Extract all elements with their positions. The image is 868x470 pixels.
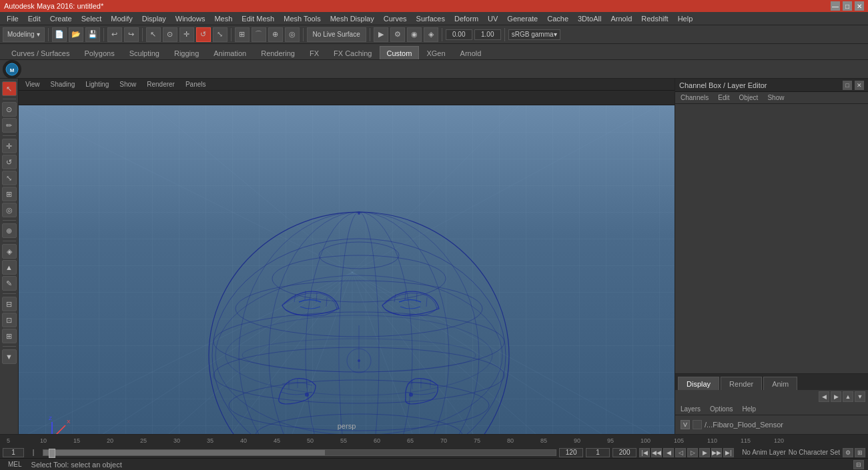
layer-menu-layers[interactable]: Layers bbox=[678, 405, 703, 413]
layer-arrow-right[interactable]: ▶ bbox=[831, 391, 841, 402]
scale-tool-left[interactable]: ⤡ bbox=[2, 171, 17, 185]
paint-select-tool[interactable]: ✏ bbox=[2, 118, 17, 133]
render-region-tool[interactable]: ⊡ bbox=[2, 313, 17, 327]
move-tool-btn[interactable]: ✛ bbox=[179, 27, 194, 42]
close-button[interactable]: ✕ bbox=[855, 1, 864, 11]
playback-start-input[interactable] bbox=[586, 448, 610, 457]
status-right-btn[interactable]: ⊟ bbox=[853, 460, 864, 469]
menu-uv[interactable]: UV bbox=[484, 14, 502, 23]
focal-length-input[interactable] bbox=[474, 29, 501, 40]
settings-btn-2[interactable]: ⊞ bbox=[855, 448, 865, 457]
redo-btn[interactable]: ↪ bbox=[124, 27, 139, 42]
select-tool[interactable]: ↖ bbox=[2, 81, 17, 96]
tab-sculpting[interactable]: Sculpting bbox=[122, 46, 167, 59]
rp-tab-render-tab[interactable]: Render bbox=[721, 377, 762, 390]
menu-cache[interactable]: Cache bbox=[543, 14, 572, 23]
render-frame-btn[interactable]: ▶ bbox=[374, 27, 388, 42]
channels-menu-channels[interactable]: Channels bbox=[678, 94, 711, 101]
move-tool-left[interactable]: ✛ bbox=[2, 139, 17, 153]
menu-3dtoall[interactable]: 3DtoAll bbox=[574, 14, 605, 23]
rp-tab-anim-tab[interactable]: Anim bbox=[763, 377, 797, 390]
menu-create[interactable]: Create bbox=[46, 14, 76, 23]
layer-arrow-up[interactable]: ▲ bbox=[843, 391, 853, 402]
tab-rendering[interactable]: Rendering bbox=[254, 46, 302, 59]
snap-curve-btn[interactable]: ⌒ bbox=[252, 27, 266, 42]
soft-mod-tool[interactable]: ◎ bbox=[2, 203, 17, 217]
new-file-btn[interactable]: 📄 bbox=[52, 27, 67, 42]
menu-modify[interactable]: Modify bbox=[107, 14, 136, 23]
scale-tool-btn[interactable]: ⤡ bbox=[213, 27, 228, 42]
layer-menu-options[interactable]: Options bbox=[707, 405, 735, 413]
menu-deform[interactable]: Deform bbox=[450, 14, 482, 23]
camera-near-input[interactable] bbox=[446, 29, 472, 40]
layer-menu-help[interactable]: Help bbox=[739, 405, 759, 413]
sculpt-tool[interactable]: ▲ bbox=[2, 260, 17, 275]
minimize-button[interactable]: — bbox=[831, 1, 840, 11]
lasso-tool-btn[interactable]: ⊙ bbox=[163, 27, 177, 42]
vp-menu-panels[interactable]: Panels bbox=[183, 81, 209, 88]
tab-arnold-tab[interactable]: Arnold bbox=[453, 46, 489, 59]
snap-magnet-tool[interactable]: ◈ bbox=[2, 244, 17, 259]
viewport-canvas[interactable]: X Y Z persp bbox=[19, 105, 675, 434]
undo-btn[interactable]: ↩ bbox=[107, 27, 122, 42]
range-end-input[interactable] bbox=[559, 448, 583, 457]
settings-btn-1[interactable]: ⚙ bbox=[843, 448, 853, 457]
menu-surfaces[interactable]: Surfaces bbox=[412, 14, 449, 23]
goto-end-btn[interactable]: ▶| bbox=[723, 448, 734, 457]
universal-manip-tool[interactable]: ⊞ bbox=[2, 187, 17, 201]
prev-key-btn[interactable]: ◀◀ bbox=[651, 448, 662, 457]
menu-file[interactable]: File bbox=[3, 14, 23, 23]
rp-tab-display-tab[interactable]: Display bbox=[678, 377, 719, 390]
next-key-btn[interactable]: ▶▶ bbox=[711, 448, 722, 457]
menu-edit-mesh[interactable]: Edit Mesh bbox=[238, 14, 278, 23]
channels-menu-show[interactable]: Show bbox=[765, 94, 787, 101]
menu-generate[interactable]: Generate bbox=[503, 14, 542, 23]
menu-windows[interactable]: Windows bbox=[171, 14, 209, 23]
menu-edit[interactable]: Edit bbox=[24, 14, 45, 23]
vp-menu-shading[interactable]: Shading bbox=[48, 81, 78, 88]
live-surface-btn[interactable]: No Live Surface bbox=[307, 27, 366, 42]
ipr-btn[interactable]: ◉ bbox=[407, 27, 422, 42]
play-backward-btn[interactable]: ◁ bbox=[675, 448, 686, 457]
vp-menu-lighting[interactable]: Lighting bbox=[83, 81, 111, 88]
panel-float-btn[interactable]: □ bbox=[843, 81, 852, 90]
tab-custom[interactable]: Custom bbox=[380, 46, 420, 59]
show-manips-tool[interactable]: ⊕ bbox=[2, 223, 17, 238]
timeline-range-handle[interactable] bbox=[49, 449, 55, 458]
menu-display[interactable]: Display bbox=[138, 14, 170, 23]
menu-arnold[interactable]: Arnold bbox=[606, 14, 636, 23]
tab-animation[interactable]: Animation bbox=[206, 46, 254, 59]
layer-visibility-toggle[interactable]: V bbox=[681, 420, 690, 429]
workspace-dropdown[interactable]: Modeling ▾ bbox=[3, 27, 45, 42]
layer-placeholder-toggle[interactable] bbox=[693, 420, 702, 429]
snap-point-btn[interactable]: ⊕ bbox=[268, 27, 283, 42]
rotate-tool-btn[interactable]: ↺ bbox=[196, 27, 211, 42]
menu-help[interactable]: Help bbox=[674, 14, 697, 23]
menu-mesh-tools[interactable]: Mesh Tools bbox=[280, 14, 324, 23]
paint-tool[interactable]: ✎ bbox=[2, 276, 17, 291]
timeline-range-bar[interactable] bbox=[43, 449, 556, 456]
tab-rigging[interactable]: Rigging bbox=[167, 46, 206, 59]
vp-menu-renderer[interactable]: Renderer bbox=[144, 81, 177, 88]
prev-frame-btn[interactable]: ◀ bbox=[663, 448, 674, 457]
save-file-btn[interactable]: 💾 bbox=[85, 27, 100, 42]
channels-menu-edit[interactable]: Edit bbox=[715, 94, 732, 101]
vp-menu-show[interactable]: Show bbox=[117, 81, 139, 88]
open-file-btn[interactable]: 📂 bbox=[69, 27, 83, 42]
current-frame-input[interactable] bbox=[3, 448, 24, 457]
menu-select[interactable]: Select bbox=[77, 14, 106, 23]
playback-end-input[interactable] bbox=[612, 448, 636, 457]
hypershade-btn[interactable]: ◈ bbox=[424, 27, 438, 42]
snap-view-btn[interactable]: ◎ bbox=[285, 27, 300, 42]
render-settings-btn[interactable]: ⚙ bbox=[390, 27, 405, 42]
tab-polygons[interactable]: Polygons bbox=[77, 46, 121, 59]
tab-fx[interactable]: FX bbox=[302, 46, 326, 59]
vp-menu-view[interactable]: View bbox=[23, 81, 43, 88]
goto-start-btn[interactable]: |◀ bbox=[639, 448, 650, 457]
gamma-dropdown[interactable]: sRGB gamma ▾ bbox=[508, 29, 560, 40]
display-options[interactable]: ⊟ bbox=[2, 297, 17, 311]
layer-arrow-down[interactable]: ▼ bbox=[855, 391, 865, 402]
play-forward-btn[interactable]: ▷ bbox=[687, 448, 698, 457]
select-tool-btn[interactable]: ↖ bbox=[146, 27, 161, 42]
menu-mesh[interactable]: Mesh bbox=[210, 14, 236, 23]
